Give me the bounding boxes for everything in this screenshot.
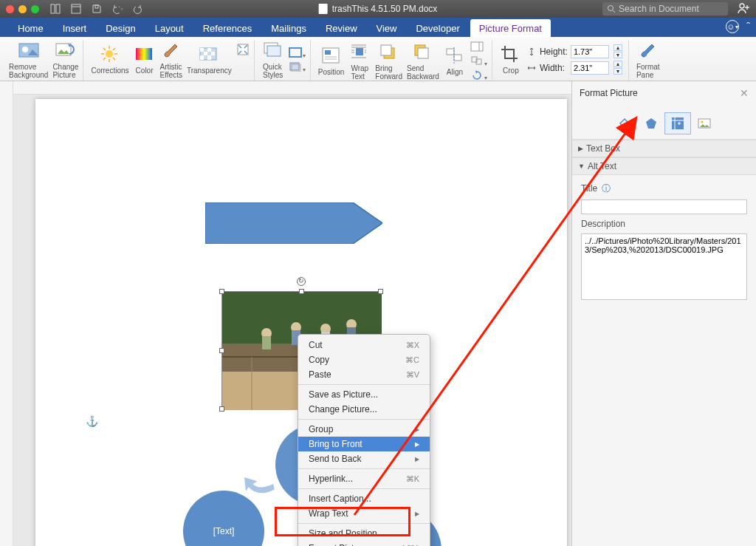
alttext-title-input[interactable] [581, 199, 747, 214]
close-window-button[interactable] [6, 5, 14, 13]
document-icon [319, 4, 328, 14]
change-picture-button[interactable]: Change Picture [52, 41, 78, 79]
ctx-paste[interactable]: Paste⌘V [298, 367, 430, 382]
tab-mailings[interactable]: Mailings [262, 19, 315, 37]
resize-handle-tl[interactable] [219, 289, 224, 294]
ctx-wrap-text[interactable]: Wrap Text [298, 506, 430, 521]
width-icon [526, 63, 537, 73]
svg-rect-29 [207, 55, 211, 60]
pane-close-button[interactable]: ✕ [740, 87, 749, 99]
picture-border-button[interactable]: ▾ [289, 47, 306, 60]
width-input[interactable] [571, 61, 609, 75]
quick-access-toolbar: ▾ [49, 3, 144, 15]
pane-tab-fill[interactable] [611, 112, 638, 134]
align-icon [444, 46, 466, 65]
format-pane-button[interactable]: Format Pane [636, 41, 660, 79]
collapse-ribbon-button[interactable]: ˆ [746, 21, 750, 33]
remove-background-button[interactable]: Remove Background [9, 41, 48, 79]
resize-handle-l[interactable] [219, 348, 224, 353]
tab-picture-format[interactable]: Picture Format [470, 19, 551, 37]
redo-icon[interactable] [132, 3, 144, 15]
width-decrease[interactable]: ▼ [614, 68, 622, 75]
send-backward-button[interactable]: Send Backward [407, 42, 439, 81]
svg-point-5 [608, 6, 614, 11]
tab-home[interactable]: Home [9, 19, 52, 37]
pane-tab-layout[interactable] [664, 112, 691, 134]
tab-references[interactable]: References [194, 19, 261, 37]
resize-handle-tr[interactable] [378, 289, 383, 294]
arrow-shape[interactable] [205, 202, 382, 244]
color-button[interactable]: Color [134, 44, 156, 75]
quick-styles-button[interactable]: Quick Styles [262, 41, 284, 79]
transparency-button[interactable]: Transparency [187, 44, 232, 75]
home-icon[interactable] [49, 3, 61, 15]
selection-pane-button[interactable] [470, 41, 487, 54]
rotate-handle[interactable] [297, 277, 306, 286]
tab-developer[interactable]: Developer [407, 19, 468, 37]
brightness-icon [99, 44, 121, 64]
save-icon[interactable] [91, 3, 103, 15]
search-icon [607, 4, 616, 13]
ctx-send-to-back[interactable]: Send to Back [298, 451, 430, 466]
smartart-arrow[interactable] [240, 465, 281, 501]
corrections-button[interactable]: Corrections [91, 44, 128, 75]
svg-rect-1 [56, 4, 60, 13]
position-button[interactable]: Position [318, 46, 345, 76]
ctx-format-picture[interactable]: Format Picture...⇧⌘1 [298, 541, 430, 546]
resize-handle-t[interactable] [299, 289, 304, 294]
svg-rect-37 [325, 50, 331, 55]
svg-rect-51 [418, 48, 428, 58]
ctx-change-picture[interactable]: Change Picture... [298, 402, 430, 417]
compress-picture-button[interactable] [236, 43, 250, 58]
smartart-circle-left[interactable]: [Text] [183, 491, 264, 546]
document-canvas[interactable]: ⚓ [ [Text] Cut⌘X Copy⌘C Paste⌘V Save as … [13, 81, 571, 546]
context-menu: Cut⌘X Copy⌘C Paste⌘V Save as Picture... … [298, 334, 430, 546]
alttext-desc-input[interactable]: ../../Pictures/iPhoto%20Library/Masters/… [581, 233, 747, 300]
ctx-size-position[interactable]: Size and Position... [298, 526, 430, 541]
ctx-copy[interactable]: Copy⌘C [298, 352, 430, 367]
info-icon[interactable]: ⓘ [602, 183, 611, 194]
page: ⚓ [ [Text] Cut⌘X Copy⌘C Paste⌘V Save as … [35, 99, 567, 546]
crop-button[interactable]: Crop [500, 44, 522, 75]
group-button[interactable]: ▾ [470, 55, 487, 68]
align-button[interactable]: Align [444, 46, 466, 76]
bring-forward-button[interactable]: Bring Forward [375, 42, 402, 81]
ctx-save-as-picture[interactable]: Save as Picture... [298, 387, 430, 402]
rotate-button[interactable]: ▾ [470, 69, 487, 82]
undo-icon[interactable]: ▾ [111, 3, 123, 15]
tab-review[interactable]: Review [317, 19, 366, 37]
height-decrease[interactable]: ▼ [614, 52, 622, 58]
artistic-effects-button[interactable]: Artistic Effects [160, 41, 182, 79]
share-button[interactable] [737, 2, 750, 16]
picture-effects-button[interactable]: ▾ [289, 61, 306, 74]
section-alttext[interactable]: ▼Alt Text [572, 157, 756, 175]
tab-design[interactable]: Design [97, 19, 144, 37]
svg-rect-2 [72, 4, 80, 13]
ctx-hyperlink[interactable]: Hyperlink...⌘K [298, 471, 430, 486]
send-backward-icon [412, 42, 434, 61]
width-increase[interactable]: ▲ [614, 61, 622, 67]
tab-layout[interactable]: Layout [146, 19, 193, 37]
ctx-insert-caption[interactable]: Insert Caption... [298, 491, 430, 506]
svg-point-13 [106, 50, 113, 58]
search-input[interactable]: Search in Document [602, 2, 728, 16]
wrap-text-button[interactable]: Wrap Text [348, 42, 371, 81]
pane-tab-picture[interactable] [691, 112, 718, 134]
change-picture-icon [55, 41, 77, 60]
ctx-bring-to-front[interactable]: Bring to Front [298, 437, 430, 451]
section-textbox[interactable]: ▶Text Box [572, 140, 756, 157]
account-button[interactable]: ☺▾ [726, 20, 739, 33]
window-controls [6, 5, 39, 13]
resize-handle-bl[interactable] [219, 406, 224, 412]
tab-view[interactable]: View [368, 19, 406, 37]
height-increase[interactable]: ▲ [614, 44, 622, 51]
maximize-window-button[interactable] [31, 5, 39, 13]
minimize-window-button[interactable] [18, 5, 27, 13]
ctx-cut[interactable]: Cut⌘X [298, 338, 430, 352]
window-icon[interactable] [70, 3, 82, 15]
height-input[interactable] [571, 45, 609, 58]
alttext-desc-label: Description [581, 219, 747, 229]
pane-tab-effects[interactable] [638, 112, 664, 134]
tab-insert[interactable]: Insert [54, 19, 96, 37]
ctx-group[interactable]: Group [298, 422, 430, 437]
